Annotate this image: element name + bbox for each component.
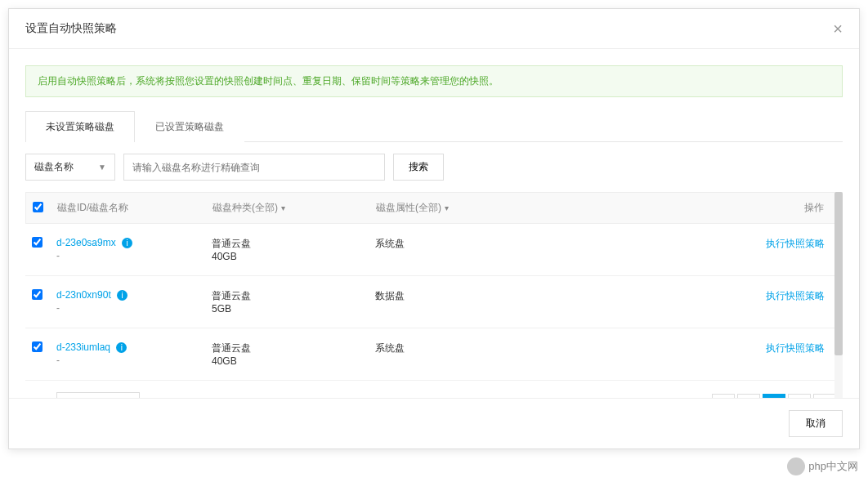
disk-name: - (56, 302, 212, 314)
search-field-dropdown[interactable]: 磁盘名称 ▼ (25, 154, 115, 181)
info-banner: 启用自动快照策略后，系统将按照您设置的快照创建时间点、重复日期、保留时间等策略来… (25, 65, 843, 97)
page-1[interactable]: 1 (763, 394, 785, 399)
bulk-apply-policy-button[interactable]: 执行快照策略 ↖ (56, 392, 140, 398)
scrollbar-track[interactable] (834, 192, 843, 398)
search-button[interactable]: 搜索 (393, 154, 444, 181)
tabs: 未设置策略磁盘 已设置策略磁盘 (25, 110, 843, 142)
info-icon[interactable]: i (117, 290, 128, 301)
disk-id-link[interactable]: d-23n0xn90t (56, 289, 111, 301)
page-next[interactable]: › (788, 394, 811, 399)
disk-name: - (56, 250, 212, 261)
col-header-attr[interactable]: 磁盘属性(全部)▾ (376, 201, 539, 215)
apply-policy-link[interactable]: 执行快照策略 (766, 238, 825, 249)
snapshot-policy-modal: 设置自动快照策略 × 启用自动快照策略后，系统将按照您设置的快照创建时间点、重复… (8, 8, 860, 449)
col-header-kind[interactable]: 磁盘种类(全部)▾ (213, 201, 376, 215)
table-row: d-23e0sa9mx i - 普通云盘 40GB 系统盘 执行快照策略 (25, 224, 843, 276)
dropdown-label: 磁盘名称 (34, 160, 74, 174)
table-header: 磁盘ID/磁盘名称 磁盘种类(全部)▾ 磁盘属性(全部)▾ 操作 (25, 192, 843, 224)
modal-title: 设置自动快照策略 (25, 21, 117, 36)
select-all-checkbox[interactable] (33, 202, 43, 212)
disk-attr: 系统盘 (375, 341, 539, 355)
col-header-id: 磁盘ID/磁盘名称 (57, 201, 213, 215)
disk-kind-size: 40GB (212, 251, 375, 262)
tab-unset-policy[interactable]: 未设置策略磁盘 (25, 111, 135, 142)
bg-footer: php中文网 (787, 457, 858, 475)
col-header-action: 操作 (539, 201, 835, 215)
disk-attr: 数据盘 (375, 289, 539, 303)
php-logo-icon (787, 457, 805, 475)
disk-id-link[interactable]: d-233iumlaq (56, 341, 110, 353)
modal-header: 设置自动快照策略 × (9, 9, 859, 49)
disk-kind-type: 普通云盘 (212, 341, 375, 355)
chevron-down-icon: ▼ (98, 163, 106, 172)
row-checkbox[interactable] (32, 341, 43, 352)
row-checkbox[interactable] (32, 237, 43, 248)
info-icon[interactable]: i (116, 342, 127, 353)
disk-kind-type: 普通云盘 (212, 289, 375, 303)
disk-kind-type: 普通云盘 (212, 237, 375, 251)
disk-id-link[interactable]: d-23e0sa9mx (56, 237, 116, 248)
disk-kind-size: 40GB (212, 355, 375, 367)
apply-policy-link[interactable]: 执行快照策略 (766, 290, 825, 301)
chevron-down-icon: ▾ (445, 203, 449, 212)
disk-kind-size: 5GB (212, 303, 375, 315)
cancel-button[interactable]: 取消 (789, 410, 843, 437)
page-prev[interactable]: ‹ (737, 394, 760, 399)
chevron-down-icon: ▾ (281, 203, 285, 212)
footer-text: php中文网 (808, 459, 858, 474)
apply-policy-link[interactable]: 执行快照策略 (766, 342, 825, 354)
search-input[interactable] (123, 154, 385, 181)
page-first[interactable]: « (712, 394, 735, 399)
tab-set-policy[interactable]: 已设置策略磁盘 (135, 111, 244, 142)
scrollbar-thumb[interactable] (834, 192, 843, 355)
row-checkbox[interactable] (32, 289, 43, 300)
disk-attr: 系统盘 (375, 237, 539, 251)
disk-name: - (56, 355, 212, 366)
table-row: d-233iumlaq i - 普通云盘 40GB 系统盘 执行快照策略 (25, 328, 843, 381)
info-icon[interactable]: i (122, 238, 132, 248)
pagination: « ‹ 1 › » (712, 394, 836, 399)
page-last[interactable]: » (813, 394, 836, 399)
table-row: d-23n0xn90t i - 普通云盘 5GB 数据盘 执行快照策略 (25, 276, 843, 328)
close-icon[interactable]: × (833, 20, 843, 37)
